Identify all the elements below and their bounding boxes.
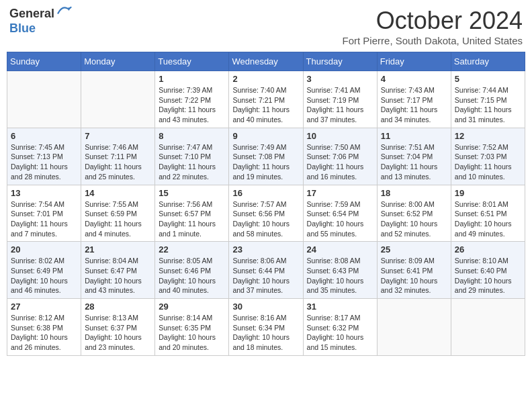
day-number: 17 [307, 188, 373, 198]
week-row-2: 6Sunrise: 7:45 AMSunset: 7:13 PMDaylight… [7, 128, 525, 185]
week-row-5: 27Sunrise: 8:12 AMSunset: 6:38 PMDayligh… [7, 299, 525, 356]
day-info: Sunrise: 7:44 AMSunset: 7:15 PMDaylight:… [455, 85, 521, 125]
day-info: Sunrise: 7:57 AMSunset: 6:56 PMDaylight:… [232, 199, 299, 239]
calendar-cell: 11Sunrise: 7:51 AMSunset: 7:04 PMDayligh… [377, 128, 451, 185]
calendar-cell: 8Sunrise: 7:47 AMSunset: 7:10 PMDaylight… [155, 128, 229, 185]
calendar-cell: 12Sunrise: 7:52 AMSunset: 7:03 PMDayligh… [451, 128, 525, 185]
day-info: Sunrise: 7:55 AMSunset: 6:59 PMDaylight:… [85, 199, 151, 239]
day-number: 5 [455, 74, 521, 84]
day-number: 22 [159, 244, 225, 255]
day-info: Sunrise: 8:13 AMSunset: 6:37 PMDaylight:… [85, 313, 151, 353]
day-number: 16 [232, 188, 299, 198]
day-info: Sunrise: 7:59 AMSunset: 6:54 PMDaylight:… [307, 199, 373, 239]
day-number: 11 [381, 131, 447, 141]
col-monday: Monday [81, 52, 155, 71]
calendar-cell: 27Sunrise: 8:12 AMSunset: 6:38 PMDayligh… [7, 299, 81, 356]
day-number: 26 [455, 244, 521, 255]
logo: General Blue [9, 7, 72, 36]
calendar-cell: 10Sunrise: 7:50 AMSunset: 7:06 PMDayligh… [303, 128, 377, 185]
day-info: Sunrise: 8:17 AMSunset: 6:32 PMDaylight:… [307, 313, 373, 353]
calendar-cell [81, 71, 155, 128]
calendar-cell: 2Sunrise: 7:40 AMSunset: 7:21 PMDaylight… [229, 71, 303, 128]
col-sunday: Sunday [7, 52, 81, 71]
day-info: Sunrise: 7:47 AMSunset: 7:10 PMDaylight:… [159, 142, 225, 182]
day-info: Sunrise: 7:51 AMSunset: 7:04 PMDaylight:… [381, 142, 447, 182]
day-info: Sunrise: 8:16 AMSunset: 6:34 PMDaylight:… [232, 313, 299, 353]
col-thursday: Thursday [303, 52, 377, 71]
week-row-4: 20Sunrise: 8:02 AMSunset: 6:49 PMDayligh… [7, 242, 525, 299]
calendar-cell: 13Sunrise: 7:54 AMSunset: 7:01 PMDayligh… [7, 185, 81, 242]
day-number: 15 [159, 188, 225, 198]
day-info: Sunrise: 7:56 AMSunset: 6:57 PMDaylight:… [159, 199, 225, 239]
day-number: 10 [307, 131, 373, 141]
day-number: 29 [159, 302, 225, 312]
calendar-cell: 29Sunrise: 8:14 AMSunset: 6:35 PMDayligh… [155, 299, 229, 356]
calendar-cell: 15Sunrise: 7:56 AMSunset: 6:57 PMDayligh… [155, 185, 229, 242]
logo-icon [57, 3, 72, 18]
calendar-cell: 30Sunrise: 8:16 AMSunset: 6:34 PMDayligh… [229, 299, 303, 356]
day-number: 20 [11, 244, 77, 255]
calendar-cell: 5Sunrise: 7:44 AMSunset: 7:15 PMDaylight… [451, 71, 525, 128]
day-info: Sunrise: 8:00 AMSunset: 6:52 PMDaylight:… [381, 199, 447, 239]
calendar-cell: 4Sunrise: 7:43 AMSunset: 7:17 PMDaylight… [377, 71, 451, 128]
day-number: 23 [232, 244, 299, 255]
day-info: Sunrise: 7:41 AMSunset: 7:19 PMDaylight:… [307, 85, 373, 125]
calendar-cell: 25Sunrise: 8:09 AMSunset: 6:41 PMDayligh… [377, 242, 451, 299]
day-info: Sunrise: 7:46 AMSunset: 7:11 PMDaylight:… [85, 142, 151, 182]
day-number: 13 [11, 188, 77, 198]
day-info: Sunrise: 7:50 AMSunset: 7:06 PMDaylight:… [307, 142, 373, 182]
day-info: Sunrise: 7:49 AMSunset: 7:08 PMDaylight:… [232, 142, 299, 182]
month-title: October 2024 [343, 7, 523, 35]
day-number: 27 [11, 302, 77, 312]
day-info: Sunrise: 7:40 AMSunset: 7:21 PMDaylight:… [232, 85, 299, 125]
calendar-cell: 26Sunrise: 8:10 AMSunset: 6:40 PMDayligh… [451, 242, 525, 299]
day-info: Sunrise: 8:12 AMSunset: 6:38 PMDaylight:… [11, 313, 77, 353]
calendar-cell: 18Sunrise: 8:00 AMSunset: 6:52 PMDayligh… [377, 185, 451, 242]
calendar-cell: 3Sunrise: 7:41 AMSunset: 7:19 PMDaylight… [303, 71, 377, 128]
calendar-cell: 14Sunrise: 7:55 AMSunset: 6:59 PMDayligh… [81, 185, 155, 242]
calendar-table: Sunday Monday Tuesday Wednesday Thursday… [7, 52, 525, 356]
day-info: Sunrise: 8:01 AMSunset: 6:51 PMDaylight:… [455, 199, 521, 239]
day-info: Sunrise: 8:14 AMSunset: 6:35 PMDaylight:… [159, 313, 225, 353]
day-number: 7 [85, 131, 151, 141]
calendar-cell: 7Sunrise: 7:46 AMSunset: 7:11 PMDaylight… [81, 128, 155, 185]
day-info: Sunrise: 8:04 AMSunset: 6:47 PMDaylight:… [85, 256, 151, 295]
day-info: Sunrise: 7:52 AMSunset: 7:03 PMDaylight:… [455, 142, 521, 182]
day-number: 3 [307, 74, 373, 84]
day-number: 21 [85, 244, 151, 255]
calendar-cell: 23Sunrise: 8:06 AMSunset: 6:44 PMDayligh… [229, 242, 303, 299]
calendar-cell: 21Sunrise: 8:04 AMSunset: 6:47 PMDayligh… [81, 242, 155, 299]
location: Fort Pierre, South Dakota, United States [343, 35, 523, 46]
calendar-cell: 1Sunrise: 7:39 AMSunset: 7:22 PMDaylight… [155, 71, 229, 128]
day-number: 12 [455, 131, 521, 141]
day-info: Sunrise: 7:39 AMSunset: 7:22 PMDaylight:… [159, 85, 225, 125]
day-info: Sunrise: 8:05 AMSunset: 6:46 PMDaylight:… [159, 256, 225, 295]
day-number: 25 [381, 244, 447, 255]
day-info: Sunrise: 7:54 AMSunset: 7:01 PMDaylight:… [11, 199, 77, 239]
day-number: 8 [159, 131, 225, 141]
week-row-3: 13Sunrise: 7:54 AMSunset: 7:01 PMDayligh… [7, 185, 525, 242]
day-number: 14 [85, 188, 151, 198]
day-info: Sunrise: 8:06 AMSunset: 6:44 PMDaylight:… [232, 256, 299, 295]
day-info: Sunrise: 7:45 AMSunset: 7:13 PMDaylight:… [11, 142, 77, 182]
calendar-cell [7, 71, 81, 128]
day-number: 19 [455, 188, 521, 198]
day-number: 4 [381, 74, 447, 84]
calendar-cell: 24Sunrise: 8:08 AMSunset: 6:43 PMDayligh… [303, 242, 377, 299]
day-number: 31 [307, 302, 373, 312]
week-row-1: 1Sunrise: 7:39 AMSunset: 7:22 PMDaylight… [7, 71, 525, 128]
day-number: 2 [232, 74, 299, 84]
logo-general: General [9, 7, 54, 21]
logo-blue: Blue [9, 21, 54, 36]
day-number: 28 [85, 302, 151, 312]
day-number: 30 [232, 302, 299, 312]
day-number: 18 [381, 188, 447, 198]
day-info: Sunrise: 8:09 AMSunset: 6:41 PMDaylight:… [381, 256, 447, 295]
day-info: Sunrise: 8:08 AMSunset: 6:43 PMDaylight:… [307, 256, 373, 295]
day-number: 6 [11, 131, 77, 141]
calendar-header-row: Sunday Monday Tuesday Wednesday Thursday… [7, 52, 525, 71]
day-number: 9 [232, 131, 299, 141]
calendar-cell: 19Sunrise: 8:01 AMSunset: 6:51 PMDayligh… [451, 185, 525, 242]
col-saturday: Saturday [451, 52, 525, 71]
calendar-cell [451, 299, 525, 356]
